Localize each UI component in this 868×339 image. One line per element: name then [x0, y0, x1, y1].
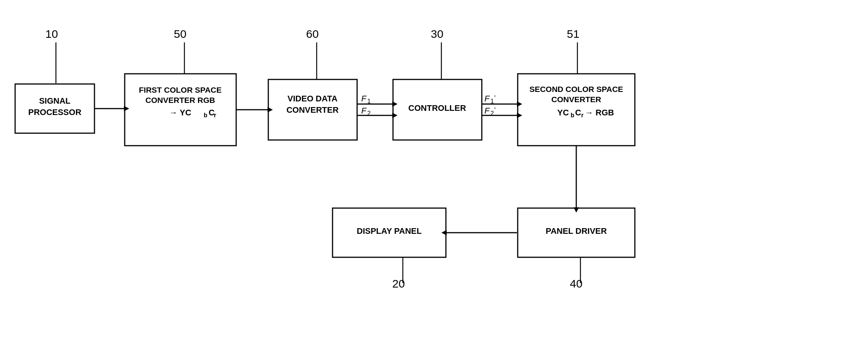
signal-processor-label2: PROCESSOR [28, 107, 82, 117]
f1-sub: 1 [367, 98, 371, 104]
f1-label: F [361, 94, 367, 103]
ref-10: 10 [45, 28, 58, 40]
ref-30: 30 [431, 28, 443, 40]
first-color-label1: FIRST COLOR SPACE [139, 86, 222, 94]
f2prime-mark: ' [494, 106, 495, 114]
second-color-label3: YC [557, 108, 569, 117]
second-color-subscript-b: b [571, 112, 574, 118]
diagram-container: 10 50 60 30 51 20 40 SIGNAL PROCESSOR F [0, 0, 868, 339]
second-color-label5: → RGB [585, 108, 614, 117]
second-color-subscript-r: r [581, 112, 583, 118]
ref-51: 51 [567, 28, 579, 40]
second-color-label1: SECOND COLOR SPACE [529, 85, 623, 93]
ref-50: 50 [174, 28, 186, 40]
first-color-label3: → YC [169, 108, 191, 117]
ref-60: 60 [306, 28, 319, 40]
controller-label: CONTROLLER [408, 103, 466, 113]
signal-processor-label: SIGNAL [39, 96, 70, 106]
f2-sub: 2 [367, 110, 371, 117]
video-data-label1: VIDEO DATA [288, 94, 338, 103]
first-color-label2: CONVERTER RGB [145, 96, 215, 104]
video-data-label2: CONVERTER [286, 105, 339, 115]
f2prime-sub: 2 [490, 110, 494, 117]
first-color-subscript-b: b [204, 112, 207, 118]
f1prime-label: F [484, 94, 490, 103]
display-panel-label: DISPLAY PANEL [357, 226, 422, 236]
f2prime-label: F [484, 106, 490, 115]
f1prime-mark: ' [494, 94, 495, 102]
second-color-label2: CONVERTER [551, 95, 601, 104]
f1prime-sub: 1 [490, 98, 494, 104]
second-color-label4: C [575, 108, 581, 117]
f2-label: F [361, 106, 367, 115]
panel-driver-label: PANEL DRIVER [546, 226, 607, 236]
first-color-subscript-r: r [214, 112, 216, 118]
